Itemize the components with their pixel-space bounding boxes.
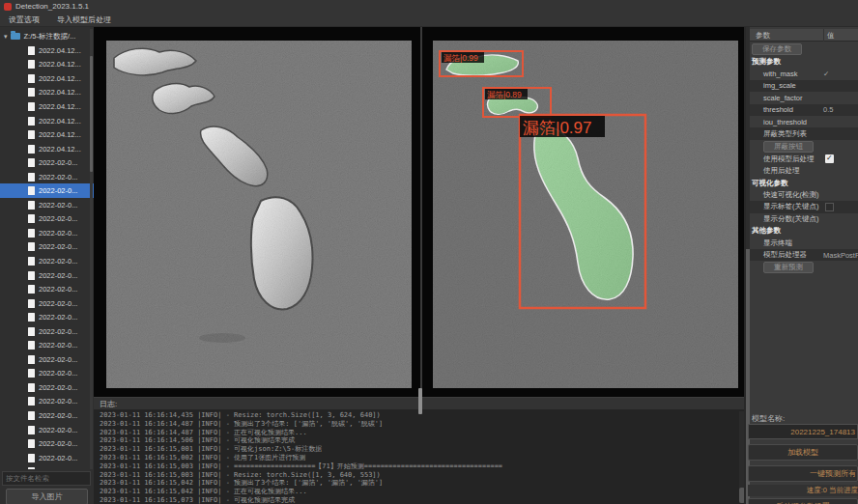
tree-item-file[interactable]: 2022.04.12...	[0, 127, 94, 142]
parameter-row[interactable]: iou_threshold	[750, 116, 858, 127]
parameter-label: 快速可视化(检测)	[763, 190, 819, 200]
tree-item-file[interactable]: 2022-02-0...	[0, 380, 94, 395]
file-icon	[28, 60, 35, 69]
tree-item-file[interactable]: 2022.04.12...	[0, 71, 94, 86]
app-logo-icon	[4, 3, 12, 11]
tree-item-file[interactable]: 2022.04.12...	[0, 99, 94, 114]
prediction-image-panel[interactable]: 漏箔|0.99 漏箔|0.89 漏箔|0.97	[433, 41, 738, 388]
tree-item-file[interactable]: 2022-02-0...	[0, 240, 94, 255]
parameter-row[interactable]: 保存参数	[750, 42, 858, 56]
parameter-row[interactable]: 快速可视化(检测)	[750, 189, 858, 201]
parameter-row[interactable]: 屏蔽类型列表	[750, 127, 858, 139]
parameter-row[interactable]: 显示终端	[750, 237, 858, 248]
predict-all-button[interactable]: 一键预测所有	[748, 465, 858, 482]
load-model-button[interactable]: 加载模型	[748, 444, 858, 461]
file-icon	[28, 102, 35, 111]
tree-item-label: 2022-02-0...	[39, 369, 77, 378]
tree-item-file[interactable]: 2022-02-0...	[0, 254, 94, 268]
parameter-row[interactable]: 使用后处理	[750, 165, 858, 177]
tree-item-file[interactable]: 2022-02-0...	[0, 423, 94, 437]
parameter-label: threshold	[763, 105, 793, 114]
checkbox[interactable]	[825, 203, 834, 211]
tree-item-file[interactable]: 2022-02-0...	[0, 367, 94, 381]
detection-label-1: 漏箔|0.99	[443, 53, 478, 63]
tree-item-label: 2022.04.12...	[39, 117, 81, 126]
tree-root-label: Z:/5-标注数据/...	[24, 32, 76, 42]
tree-item-file[interactable]: 2022.04.12...	[0, 43, 94, 58]
checkbox[interactable]	[825, 154, 834, 163]
tree-item-label: 2022-02-0...	[39, 411, 77, 420]
tree-expand-arrow-icon[interactable]: ▾	[4, 33, 8, 41]
parameter-row[interactable]: 使用模型后处理	[750, 154, 858, 165]
tree-item-file[interactable]: 2022.04.12...	[0, 114, 94, 128]
parameter-label: 使用模型后处理	[763, 154, 815, 164]
parameter-label: 预测参数	[752, 57, 781, 67]
detection-label-2: 漏箔|0.89	[487, 90, 522, 99]
tree-item-file[interactable]: 2022.04.12...	[0, 86, 94, 100]
parameter-value[interactable]: ✓	[823, 70, 829, 78]
parameter-value[interactable]: 0.5	[823, 105, 833, 114]
parameter-row[interactable]: 屏蔽按钮	[750, 140, 858, 154]
tree-item-file[interactable]: 2022-02-0...	[0, 155, 94, 170]
menu-import-postprocess[interactable]: 导入模型后处理	[48, 14, 120, 25]
parameter-row[interactable]: with_mask ✓	[750, 68, 858, 79]
tree-item-file[interactable]: 2022-02-0...	[0, 268, 94, 283]
file-icon	[28, 439, 35, 448]
parameter-row[interactable]: 可视化参数	[750, 178, 858, 189]
parameter-row[interactable]: scale_factor	[750, 92, 858, 103]
search-input[interactable]	[2, 471, 91, 486]
tree-item-label: 2022-02-0...	[39, 173, 77, 182]
tree-item-file[interactable]: 2022-02-0...	[0, 324, 94, 339]
tree-item-file[interactable]: 2022-02-0...	[0, 451, 94, 465]
tree-item-file[interactable]: 2022-02-0...	[0, 296, 94, 311]
tree-item-file[interactable]: 2022-02-0...	[0, 352, 94, 367]
file-icon	[28, 411, 35, 420]
tree-item-file[interactable]: 2022-02-0...	[0, 198, 94, 212]
log-line: 2023-01-11 16:16:15,003 |INFO| - =======…	[100, 462, 746, 471]
parameter-row[interactable]: 模型后处理器 MaskPostPro	[750, 249, 858, 261]
tree-item-file[interactable]: 2022-02-0...	[0, 408, 94, 423]
file-icon	[28, 341, 35, 350]
tree-item-file[interactable]: 2022.04.12...	[0, 142, 94, 156]
tree-item-file[interactable]: 2022-02-0...	[0, 338, 94, 352]
parameter-row[interactable]: 其他参数	[750, 225, 858, 237]
tree-item-label: 2022.04.12...	[39, 46, 81, 55]
detection-label-3: 漏箔|0.97	[523, 119, 592, 137]
parameter-row[interactable]: 重新预测	[750, 261, 858, 274]
tree-item-file[interactable]: 2022-02-0...	[0, 310, 94, 324]
file-icon	[28, 467, 35, 469]
tree-item-file[interactable]: 2022-02-0...	[0, 183, 94, 198]
tree-item-file[interactable]: 2022-02-0...	[0, 436, 94, 451]
menu-settings[interactable]: 设置选项	[0, 14, 48, 25]
parameter-row-button[interactable]: 重新预测	[763, 262, 814, 273]
tree-item-file[interactable]: 2022-02-0...	[0, 282, 94, 296]
tree-item-file[interactable]: 2022.04.12...	[0, 58, 94, 72]
tree-item-file[interactable]: 2022-02-0...	[0, 212, 94, 227]
parameter-row-button[interactable]: 屏蔽按钮	[763, 141, 814, 153]
title-bar: Detection_2023.1.5.1	[0, 0, 858, 14]
parameter-row-button[interactable]: 保存参数	[752, 43, 802, 55]
sidebar-scrollbar-thumb[interactable]	[90, 56, 93, 172]
file-icon	[28, 257, 35, 266]
postprocess-settings-button[interactable]: 后处理参数设置	[748, 498, 858, 504]
tree-item-file[interactable]: 2022-02-0...	[0, 226, 94, 240]
parameter-value[interactable]: MaskPostPro	[823, 251, 858, 260]
tree-item-label: 2022.04.12...	[39, 88, 81, 97]
tree-item-file[interactable]: 2022-02-0...	[0, 395, 94, 409]
model-name-field[interactable]: 20221225_174813	[748, 424, 858, 439]
viewer-splitter[interactable]	[420, 27, 422, 397]
parameter-row[interactable]: 显示标签(关键点)	[750, 201, 858, 212]
tree-item-file[interactable]: 2022-02-0	[0, 464, 94, 469]
log-output[interactable]: 2023-01-11 16:16:14,435 |INFO| - Resize:…	[94, 409, 746, 504]
parameter-row[interactable]: threshold 0.5	[750, 104, 858, 116]
tree-item-file[interactable]: 2022-02-0...	[0, 170, 94, 184]
parameter-row[interactable]: 显示分数(关键点)	[750, 213, 858, 225]
original-image-panel[interactable]	[106, 41, 412, 388]
sidebar-scrollbar[interactable]	[90, 29, 93, 469]
import-images-button[interactable]: 导入图片	[6, 489, 88, 504]
tree-root-folder[interactable]: ▾ Z:/5-标注数据/...	[0, 29, 94, 43]
parameter-row[interactable]: img_scale	[750, 80, 858, 92]
parameter-row[interactable]: 预测参数	[750, 56, 858, 68]
parameter-rows: 保存参数 预测参数 with_mask ✓	[750, 42, 858, 274]
splitter-handle[interactable]	[418, 388, 422, 414]
